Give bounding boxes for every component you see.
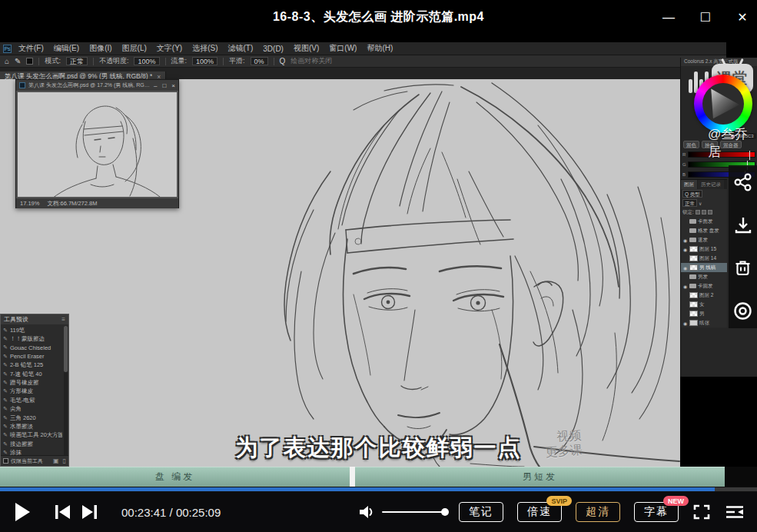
playlist-button[interactable]	[725, 504, 745, 520]
chapter-segment-2[interactable]: 男短发	[355, 467, 725, 487]
tab-history[interactable]: 历史记录	[698, 180, 724, 189]
preset-item[interactable]: ✎毛笔-电紫	[3, 396, 62, 404]
chapter-label: 盘 编发	[155, 470, 194, 484]
panel-menu-icon[interactable]: ≡	[61, 316, 65, 323]
preset-item[interactable]: ✎水墨擦淡	[3, 422, 62, 431]
lock-icon[interactable]	[702, 210, 706, 214]
svip-badge: SVIP	[546, 496, 572, 506]
navigator-maximize-icon[interactable]: □	[162, 82, 166, 89]
seek-bar[interactable]	[0, 487, 757, 492]
menu-window: 窗口(W)	[329, 43, 357, 54]
preset-item[interactable]: ✎Pencil Eraser	[3, 352, 62, 361]
blend-mode-select[interactable]: 正常	[682, 199, 697, 207]
volume-knob[interactable]	[441, 508, 449, 516]
preset-item[interactable]: ✎2-B 铅笔 125	[3, 361, 62, 370]
tool-presets-header[interactable]: 工具预设 ≡	[1, 314, 68, 324]
mode-label: 模式:	[45, 56, 61, 66]
layer-row[interactable]: ◉卡圆发	[681, 281, 727, 291]
lock-icon[interactable]	[696, 210, 700, 214]
visibility-eye-icon[interactable]: ◉	[682, 321, 688, 326]
zoom-tool-icon: Q	[280, 57, 286, 65]
chapter-label: 男短发	[523, 470, 557, 484]
menu-view: 视图(V)	[294, 43, 319, 54]
share-icon[interactable]	[733, 172, 753, 192]
chapter-segment-1[interactable]: 盘 编发	[0, 467, 350, 487]
home-icon: ⌂	[5, 57, 9, 65]
layer-row[interactable]: 格发 盘发	[681, 226, 727, 235]
layer-row[interactable]: 男发	[681, 272, 727, 281]
opacity-label: 不透明度:	[99, 56, 129, 66]
fullscreen-button[interactable]	[692, 504, 711, 520]
color-wheel[interactable]	[694, 75, 752, 133]
preset-item[interactable]: ✎方形橡皮	[3, 387, 62, 396]
brush-preset-icon: ✎	[3, 362, 8, 368]
notes-button[interactable]: 笔记	[459, 502, 503, 522]
navigator-window[interactable]: 第八课 头发怎么画啊.psd @ 17.2% (男 线稿, RGB/8) – □…	[15, 79, 179, 208]
play-button[interactable]	[14, 502, 31, 522]
video-frame[interactable]: Ps 文件(F) 编辑(E) 图像(I) 图层(L) 文字(Y) 选择(S) 滤…	[0, 35, 757, 467]
navigator-minimize-icon[interactable]: –	[154, 82, 157, 89]
layer-row[interactable]: 男	[681, 309, 727, 318]
ps-options-bar: ⌂ ✎ 模式: 正常 不透明度: 100% 流量: 100% 平滑: 0% Q …	[0, 55, 726, 68]
close-button[interactable]: ✕	[734, 10, 751, 25]
menu-select: 选择(S)	[192, 43, 217, 54]
folder-icon	[689, 274, 696, 279]
layer-row[interactable]: 卡面发	[681, 217, 727, 226]
layer-row[interactable]: ◉纸张	[681, 318, 727, 328]
layer-row[interactable]: ◉图层 15	[681, 244, 727, 254]
volume-slider[interactable]	[382, 511, 445, 513]
prev-frame-button[interactable]	[54, 504, 71, 520]
visibility-eye-icon[interactable]: ◉	[682, 238, 688, 243]
preset-item[interactable]: ✎！！蒙版擦边	[3, 334, 62, 343]
layer-row[interactable]: 女	[681, 300, 727, 309]
navigator-titlebar[interactable]: 第八课 头发怎么画啊.psd @ 17.2% (男 线稿, RGB/8) – □…	[16, 80, 178, 91]
time-display: 00:23:41 / 00:25:09	[121, 506, 221, 519]
layer-search-filter[interactable]: Q 类型	[682, 190, 702, 198]
next-frame-button[interactable]	[81, 504, 98, 520]
record-icon[interactable]	[732, 301, 753, 321]
tab-layers[interactable]: 图层	[681, 180, 697, 189]
folder-icon	[689, 284, 696, 288]
download-icon[interactable]	[733, 215, 753, 235]
lock-icon[interactable]	[708, 210, 712, 214]
volume-control	[359, 504, 445, 520]
brush-preset-icon: ✎	[3, 380, 8, 386]
minimize-button[interactable]: —	[660, 11, 677, 25]
lock-label: 锁定:	[682, 209, 694, 216]
quality-button[interactable]: 超清	[576, 502, 620, 522]
navigator-statusbar: 17.19% 文档:66.7M/272.8M	[16, 198, 178, 208]
navigator-title-text: 第八课 头发怎么画啊.psd @ 17.2% (男 线稿, RGB/8)	[28, 81, 151, 89]
maximize-button[interactable]: ☐	[697, 10, 714, 25]
navigator-doc-size: 文档:66.7M/272.8M	[47, 200, 97, 208]
brush-preset-icon: ✎	[3, 388, 8, 394]
visibility-eye-icon[interactable]: ◉	[682, 265, 688, 271]
brush-preset-icon: ✎	[3, 406, 8, 412]
preset-item[interactable]: ✎三角 2620	[3, 414, 62, 422]
layer-row[interactable]: ◉速发	[681, 235, 727, 244]
subtitle-text: 为了表达那个比较鲜弱一点	[0, 433, 757, 464]
layer-thumbnail	[689, 292, 698, 298]
navigator-close-icon[interactable]: ×	[171, 82, 175, 89]
preset-item[interactable]: ✎119笔	[3, 326, 62, 334]
brush-tool-icon: ✎	[15, 57, 21, 65]
layer-row-selected[interactable]: ◉男 线稿	[681, 263, 727, 272]
layer-row[interactable]: 图层 14	[681, 254, 727, 263]
volume-icon[interactable]	[359, 504, 376, 520]
trash-icon[interactable]	[733, 258, 752, 278]
menu-filter: 滤镜(T)	[228, 43, 254, 54]
preset-item[interactable]: ✎尖角	[3, 405, 62, 414]
navigator-zoom-value[interactable]: 17.19%	[20, 200, 39, 207]
flow-value: 100%	[192, 57, 217, 65]
coolorus-button[interactable]: 混色	[683, 141, 699, 148]
visibility-eye-icon[interactable]: ◉	[682, 284, 688, 289]
layer-row[interactable]: 图层 2	[681, 291, 727, 300]
preset-item[interactable]: ✎Gouac Chiseled	[3, 344, 62, 352]
opacity-value: 100%	[134, 57, 159, 65]
speed-button[interactable]: 倍速SVIP	[517, 502, 562, 522]
visibility-eye-icon[interactable]: ◉	[682, 247, 688, 252]
preset-item[interactable]: ✎蹭号橡皮擦	[3, 378, 62, 387]
subtitle-button[interactable]: 字幕NEW	[634, 502, 679, 522]
seek-played[interactable]	[0, 487, 715, 491]
ps-app-icon: Ps	[3, 45, 12, 53]
preset-item[interactable]: ✎7-速 铅笔 40	[3, 370, 62, 378]
